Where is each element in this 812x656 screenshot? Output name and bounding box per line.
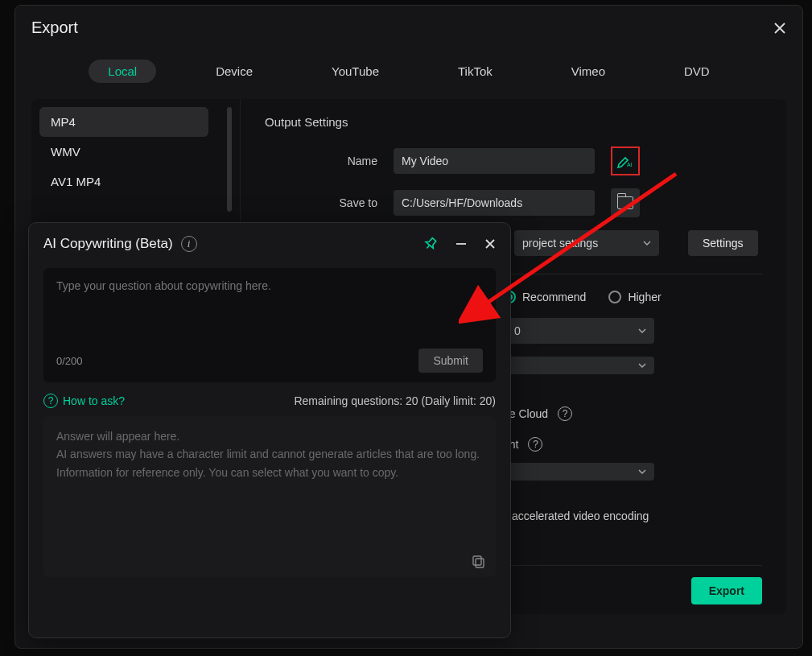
ai-copywriting-panel: AI Copywriting (Beta) i 0/200 Submit ? H… (28, 222, 511, 638)
quality-higher-radio[interactable]: Higher (608, 291, 661, 303)
howto-link[interactable]: ? How to ask? (43, 394, 125, 408)
dropdown-2[interactable] (506, 357, 654, 374)
chevron-down-icon (638, 328, 646, 333)
dropdown-1[interactable]: 0 (506, 318, 654, 344)
quality-recommend-radio[interactable]: Recommend (503, 291, 586, 303)
copy-icon[interactable] (472, 555, 486, 569)
chevron-down-icon (638, 363, 646, 368)
chevron-down-icon (638, 469, 646, 474)
saveto-label: Save to (265, 196, 377, 209)
format-mp4[interactable]: MP4 (39, 107, 208, 137)
close-icon[interactable] (773, 22, 786, 35)
pin-icon[interactable] (423, 237, 438, 251)
encoding-label: J accelerated video encoding (503, 510, 649, 522)
saveto-input[interactable] (394, 190, 595, 216)
close-icon[interactable] (484, 238, 496, 250)
tab-dvd[interactable]: DVD (665, 60, 729, 83)
svg-text:AI: AI (627, 162, 633, 167)
tab-tiktok[interactable]: TikTok (439, 60, 512, 83)
format-wmv[interactable]: WMV (39, 137, 208, 167)
dialog-title: Export (31, 19, 78, 37)
help-icon: ? (43, 394, 58, 408)
dropdown-3[interactable] (506, 463, 654, 481)
tab-local[interactable]: Local (89, 60, 156, 83)
export-button[interactable]: Export (691, 577, 762, 604)
format-av1mp4[interactable]: AV1 MP4 (39, 167, 208, 196)
chevron-down-icon (643, 241, 651, 245)
export-tabs: Local Device YouTube TikTok Vimeo DVD (31, 45, 786, 91)
info-icon[interactable]: i (181, 236, 197, 252)
name-label: Name (265, 155, 377, 167)
tab-vimeo[interactable]: Vimeo (552, 60, 624, 83)
ai-panel-title: AI Copywriting (Beta) (43, 236, 173, 252)
svg-rect-1 (476, 559, 484, 567)
preset-dropdown[interactable]: project settings (514, 230, 659, 256)
char-counter: 0/200 (56, 355, 83, 367)
name-input[interactable] (394, 148, 595, 174)
ai-question-input[interactable] (56, 279, 483, 349)
submit-button[interactable]: Submit (418, 349, 483, 373)
help-icon[interactable]: ? (558, 406, 572, 421)
tab-youtube[interactable]: YouTube (312, 60, 398, 83)
svg-rect-2 (473, 556, 481, 565)
folder-icon[interactable] (611, 188, 640, 217)
output-settings-title: Output Settings (265, 115, 762, 129)
minimize-icon[interactable] (455, 238, 467, 250)
settings-button[interactable]: Settings (688, 230, 758, 256)
ai-name-button[interactable]: AI (611, 146, 640, 175)
remaining-label: Remaining questions: 20 (Daily limit: 20… (294, 394, 496, 407)
scrollbar[interactable] (227, 107, 232, 212)
tab-device[interactable]: Device (196, 60, 272, 83)
help-icon[interactable]: ? (528, 437, 542, 452)
answer-area: Answer will appear here. AI answers may … (43, 416, 496, 577)
